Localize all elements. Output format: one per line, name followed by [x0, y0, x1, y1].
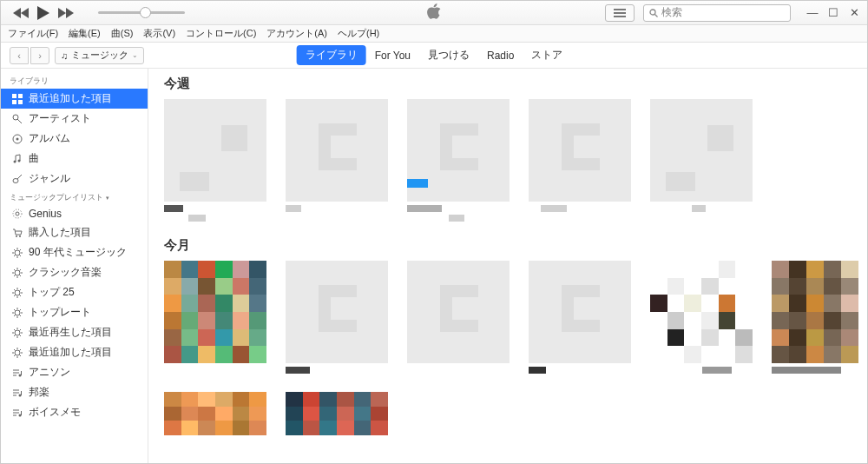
sidebar-item-90s[interactable]: 90 年代ミュージック — [1, 242, 148, 262]
svg-line-41 — [14, 269, 16, 271]
cart-icon — [11, 227, 23, 239]
sidebar-label: クラシック音楽 — [29, 265, 102, 280]
album-card[interactable] — [529, 99, 631, 222]
sidebar-header-playlists[interactable]: ミュージックプレイリスト▾ — [1, 189, 148, 205]
album-card[interactable] — [164, 99, 266, 222]
svg-line-32 — [14, 249, 16, 251]
menu-song[interactable]: 曲(S) — [108, 26, 137, 41]
close-button[interactable]: ✕ — [846, 5, 862, 21]
album-title-redacted — [692, 205, 706, 212]
menu-account[interactable]: アカウント(A) — [263, 26, 331, 41]
chevron-updown-icon: ⌄ — [132, 51, 138, 59]
genius-icon — [11, 208, 23, 220]
search-input[interactable]: 検索 — [643, 4, 791, 22]
album-card[interactable] — [407, 261, 510, 376]
tab-store[interactable]: ストア — [523, 45, 571, 65]
sidebar-item-recently-added[interactable]: 最近追加した項目 — [1, 89, 148, 109]
album-row-month-2 — [164, 392, 867, 435]
forward-button[interactable]: › — [30, 47, 49, 64]
album-title-redacted — [541, 205, 567, 212]
sidebar-header-library: ライブラリ — [1, 72, 148, 89]
media-label: ミュージック — [71, 49, 128, 62]
next-track-button[interactable] — [58, 8, 74, 18]
menu-view[interactable]: 表示(V) — [140, 26, 179, 41]
svg-point-23 — [16, 212, 19, 215]
album-card[interactable] — [164, 392, 266, 435]
svg-point-21 — [13, 178, 18, 182]
tab-browse[interactable]: 見つける — [419, 45, 478, 65]
sidebar-item-voicememo[interactable]: ボイスメモ — [1, 402, 148, 422]
sidebar-item-top25[interactable]: トップ 25 — [1, 282, 148, 302]
main-content[interactable]: 今週 今月 — [148, 69, 867, 464]
svg-line-34 — [14, 255, 16, 256]
album-card[interactable] — [772, 261, 858, 376]
sidebar-item-recently-played[interactable]: 最近再生した項目 — [1, 322, 148, 342]
sidebar-label: 曲 — [29, 151, 39, 166]
svg-line-59 — [14, 309, 16, 311]
album-art-placeholder — [286, 99, 388, 202]
sidebar-item-albums[interactable]: アルバム — [1, 129, 148, 149]
album-card[interactable] — [286, 261, 388, 376]
svg-line-43 — [14, 275, 16, 276]
sidebar-item-recently-added-pl[interactable]: 最近追加した項目 — [1, 342, 148, 362]
play-button[interactable] — [37, 6, 49, 20]
album-card[interactable] — [650, 261, 753, 376]
menu-file[interactable]: ファイル(F) — [4, 26, 62, 41]
sidebar-item-classical[interactable]: クラシック音楽 — [1, 262, 148, 282]
sidebar-label: 購入した項目 — [29, 225, 91, 240]
sidebar-item-artists[interactable]: アーティスト — [1, 109, 148, 129]
album-art-mosaic — [650, 261, 753, 363]
back-button[interactable]: ‹ — [10, 47, 29, 64]
svg-point-18 — [16, 137, 19, 140]
search-icon — [649, 9, 658, 17]
svg-marker-3 — [58, 8, 66, 18]
playback-controls — [1, 6, 185, 20]
svg-line-53 — [20, 289, 22, 291]
volume-knob[interactable] — [140, 7, 151, 18]
sidebar-label: アルバム — [29, 131, 70, 146]
svg-point-63 — [15, 330, 20, 335]
sidebar-item-hougaku[interactable]: 邦楽 — [1, 382, 148, 402]
sidebar-item-genres[interactable]: ジャンル — [1, 169, 148, 189]
album-card[interactable] — [286, 392, 388, 435]
album-title-redacted — [164, 205, 183, 212]
svg-marker-1 — [21, 8, 29, 18]
album-artist-redacted — [188, 215, 206, 222]
volume-slider[interactable] — [98, 11, 185, 14]
sidebar-label: トップレート — [29, 305, 91, 320]
album-card[interactable] — [650, 99, 753, 222]
menu-edit[interactable]: 編集(E) — [65, 26, 104, 41]
sidebar-item-toprated[interactable]: トップレート — [1, 302, 148, 322]
album-card[interactable] — [529, 261, 631, 376]
media-type-select[interactable]: ♫ ミュージック ⌄ — [55, 47, 144, 64]
album-row-week — [164, 99, 867, 222]
svg-line-70 — [14, 335, 16, 336]
menu-controls[interactable]: コントロール(C) — [182, 26, 260, 41]
album-art-placeholder — [529, 261, 631, 363]
sidebar-item-purchased[interactable]: 購入した項目 — [1, 222, 148, 242]
titlebar-right: 検索 — ☐ ✕ — [605, 4, 867, 22]
maximize-button[interactable]: ☐ — [825, 5, 841, 21]
svg-point-24 — [13, 209, 22, 218]
sidebar-item-anison[interactable]: アニソン — [1, 362, 148, 382]
sidebar-item-songs[interactable]: 曲 — [1, 149, 148, 169]
album-card[interactable] — [164, 261, 266, 376]
album-card[interactable] — [286, 99, 388, 222]
tab-radio[interactable]: Radio — [478, 47, 523, 64]
svg-rect-13 — [12, 100, 16, 104]
album-card[interactable] — [407, 99, 510, 222]
search-placeholder: 検索 — [661, 5, 682, 20]
list-view-button[interactable] — [605, 4, 635, 22]
sidebar-label: トップ 25 — [29, 285, 75, 300]
tab-library[interactable]: ライブラリ — [297, 45, 366, 65]
sidebar-item-genius[interactable]: Genius — [1, 205, 148, 222]
menu-help[interactable]: ヘルプ(H) — [334, 26, 383, 41]
chevron-down-icon: ▾ — [106, 195, 109, 202]
tab-for-you[interactable]: For You — [366, 47, 419, 64]
prev-track-button[interactable] — [13, 8, 29, 18]
gear-icon — [11, 247, 23, 259]
minimize-button[interactable]: — — [805, 5, 820, 21]
album-art-placeholder — [407, 99, 510, 202]
gear-icon — [11, 267, 23, 279]
album-title-redacted — [407, 205, 442, 212]
